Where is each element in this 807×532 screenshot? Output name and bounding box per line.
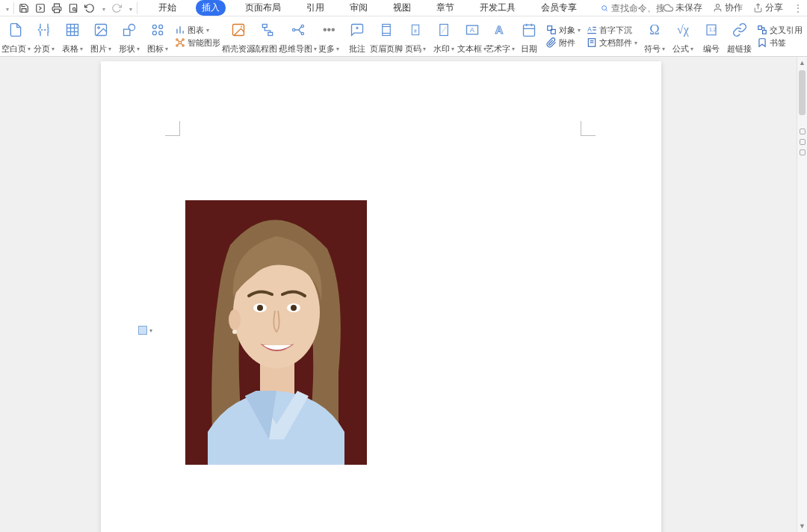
- share-label: 分享: [765, 1, 783, 14]
- shapes-label: 形状: [119, 43, 140, 55]
- svg-rect-0: [37, 4, 45, 12]
- output-icon[interactable]: [35, 3, 46, 13]
- app-menu-dropdown[interactable]: [4, 3, 9, 13]
- print-icon[interactable]: [52, 3, 62, 13]
- title-bar: 开始 插入 页面布局 引用 审阅 视图 章节 开发工具 会员专享 未保存 协作 …: [0, 0, 807, 16]
- crossref-button[interactable]: 交叉引用: [757, 25, 803, 36]
- chevron-down-icon: ▾: [149, 327, 152, 334]
- svg-point-35: [241, 26, 243, 28]
- date-button[interactable]: 日期: [515, 16, 543, 56]
- docparts-button[interactable]: 文档部件▾: [587, 37, 637, 49]
- icons-label: 图标: [147, 43, 168, 55]
- chart-button[interactable]: 图表▾: [175, 25, 220, 36]
- shapes-button[interactable]: 形状: [115, 16, 143, 56]
- watermark-button[interactable]: 水印: [430, 16, 458, 56]
- header-footer-button[interactable]: 页眉页脚: [371, 16, 401, 56]
- attachment-button[interactable]: 附件: [546, 37, 581, 49]
- bookmark-label: 书签: [770, 37, 786, 49]
- shapes-icon: [122, 19, 137, 40]
- tab-layout[interactable]: 页面布局: [239, 0, 287, 16]
- scroll-down-button[interactable]: ▼: [797, 520, 807, 532]
- scroll-track[interactable]: [797, 69, 807, 520]
- number-icon: 1.2: [705, 19, 718, 40]
- textbox-button[interactable]: A 文本框: [458, 16, 486, 56]
- qat-customize-dropdown[interactable]: [128, 3, 132, 13]
- preview-icon[interactable]: [68, 3, 78, 13]
- tab-insert[interactable]: 插入: [196, 0, 226, 16]
- inserted-image[interactable]: [185, 200, 367, 465]
- quick-access-toolbar: [19, 3, 132, 13]
- symbol-button[interactable]: Ω 符号: [640, 16, 669, 56]
- collab-button[interactable]: 协作: [713, 1, 743, 14]
- tab-chapter[interactable]: 章节: [430, 0, 460, 16]
- smartart-button[interactable]: 智能图形: [175, 37, 220, 49]
- tab-member[interactable]: 会员专享: [535, 0, 583, 16]
- more-label: 更多: [318, 43, 339, 55]
- dropcap-button[interactable]: A首字下沉: [587, 25, 637, 36]
- svg-point-15: [98, 27, 100, 29]
- table-label: 表格: [62, 43, 83, 55]
- bookmark-icon: [757, 37, 767, 48]
- mindmap-icon: [291, 19, 306, 40]
- vertical-scrollbar[interactable]: ▲ ▼: [797, 57, 807, 532]
- tab-start[interactable]: 开始: [152, 0, 182, 16]
- number-label: 编号: [703, 43, 720, 55]
- attachment-icon: [546, 37, 557, 48]
- picture-label: 图片: [90, 43, 111, 55]
- paragraph-handle[interactable]: ▾: [138, 326, 152, 335]
- svg-point-4: [602, 5, 607, 10]
- scroll-up-button[interactable]: ▲: [797, 57, 807, 69]
- comment-button[interactable]: 批注: [343, 16, 371, 56]
- scroll-thumb[interactable]: [799, 70, 806, 115]
- mindmap-label: 思维导图: [279, 43, 317, 55]
- mindmap-button[interactable]: 思维导图: [282, 16, 315, 56]
- wordart-button[interactable]: A 艺术字: [486, 16, 515, 56]
- page-break-button[interactable]: 分页: [30, 16, 58, 56]
- save-icon[interactable]: [19, 3, 29, 13]
- equation-button[interactable]: √χ 公式: [669, 16, 697, 56]
- header-footer-icon: [380, 19, 393, 40]
- svg-point-20: [152, 31, 156, 35]
- comment-icon: [350, 19, 365, 40]
- picture-button[interactable]: 图片: [87, 16, 115, 56]
- share-button[interactable]: 分享: [753, 1, 783, 14]
- more-button[interactable]: ••• 更多: [315, 16, 343, 56]
- bookmark-button[interactable]: 书签: [757, 37, 803, 49]
- svg-point-76: [291, 305, 297, 311]
- svg-rect-69: [763, 31, 767, 34]
- unsaved-button[interactable]: 未保存: [664, 1, 702, 14]
- picture-icon: [93, 19, 109, 40]
- divider: [137, 2, 137, 14]
- tab-review[interactable]: 审阅: [344, 0, 374, 16]
- hyperlink-label: 超链接: [727, 43, 752, 55]
- redo-icon[interactable]: [111, 3, 122, 13]
- undo-dropdown[interactable]: [101, 3, 105, 13]
- svg-line-32: [178, 44, 179, 45]
- object-button[interactable]: 对象▾: [546, 25, 581, 36]
- hyperlink-button[interactable]: 超链接: [726, 16, 754, 56]
- flowchart-button[interactable]: 流程图: [253, 16, 282, 56]
- svg-rect-68: [758, 26, 762, 30]
- tab-reference[interactable]: 引用: [300, 0, 330, 16]
- document-canvas[interactable]: ▾: [0, 57, 797, 532]
- tab-devtools[interactable]: 开发工具: [474, 0, 522, 16]
- blank-page-button[interactable]: 空白页: [1, 16, 30, 56]
- more-menu-icon[interactable]: ⋮: [794, 3, 803, 13]
- undo-icon[interactable]: [84, 3, 95, 13]
- page-number-button[interactable]: # 页码: [401, 16, 430, 56]
- svg-point-78: [232, 330, 237, 334]
- svg-rect-36: [262, 25, 267, 28]
- svg-point-6: [716, 4, 719, 7]
- search-box[interactable]: [601, 3, 664, 13]
- tab-view[interactable]: 视图: [387, 0, 417, 16]
- svg-point-40: [301, 32, 303, 34]
- wordart-label: 艺术字: [486, 43, 515, 55]
- table-button[interactable]: 表格: [58, 16, 87, 56]
- equation-icon: √χ: [677, 19, 689, 40]
- search-input[interactable]: [611, 3, 664, 13]
- doko-resource-button[interactable]: 稻壳资源: [223, 16, 253, 56]
- number-button[interactable]: 1.2 编号: [697, 16, 726, 56]
- svg-rect-43: [383, 25, 391, 36]
- svg-point-27: [182, 39, 184, 40]
- icons-button[interactable]: 图标: [143, 16, 172, 56]
